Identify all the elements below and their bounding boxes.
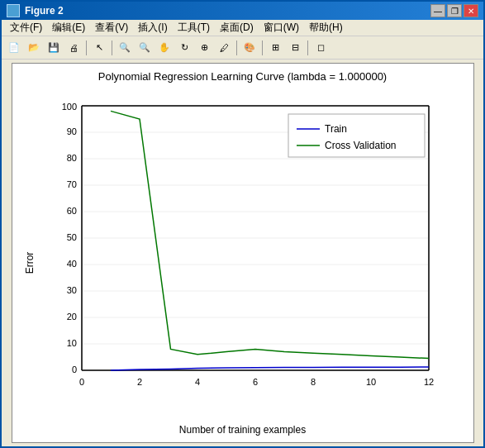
menu-help[interactable]: 帮助(H) xyxy=(304,20,348,36)
toolbar-separator-3 xyxy=(236,41,237,55)
svg-text:0: 0 xyxy=(78,377,83,387)
svg-text:50: 50 xyxy=(66,232,76,242)
colormap-tool[interactable]: 🎨 xyxy=(240,39,259,57)
svg-text:12: 12 xyxy=(423,377,433,387)
svg-text:20: 20 xyxy=(66,312,76,322)
window-icon xyxy=(7,4,20,17)
minimize-button[interactable]: — xyxy=(430,4,445,17)
toolbar-separator-1 xyxy=(86,41,87,55)
save-button[interactable]: 💾 xyxy=(45,39,63,57)
svg-text:0: 0 xyxy=(71,365,76,374)
chart-title: Polynomial Regression Learning Curve (la… xyxy=(98,70,387,83)
open-button[interactable]: 📂 xyxy=(25,39,43,57)
grid-tool[interactable]: ⊞ xyxy=(266,39,284,57)
main-window: Figure 2 — ❐ ✕ 文件(F) 编辑(E) 查看(V) 插入(I) 工… xyxy=(0,0,485,448)
svg-text:90: 90 xyxy=(66,126,76,136)
chart-svg: 0 10 20 30 40 50 60 70 80 90 100 0 2 xyxy=(40,93,445,407)
data-cursor-tool[interactable]: ⊕ xyxy=(195,39,213,57)
x-axis-label: Number of training examples xyxy=(179,424,306,436)
new-button[interactable]: 📄 xyxy=(5,39,23,57)
menu-bar: 文件(F) 编辑(E) 查看(V) 插入(I) 工具(T) 桌面(D) 窗口(W… xyxy=(2,20,483,36)
menu-tools[interactable]: 工具(T) xyxy=(173,20,215,36)
svg-text:2: 2 xyxy=(136,377,141,387)
toolbar-separator-2 xyxy=(112,41,112,55)
svg-text:8: 8 xyxy=(310,377,315,387)
layout-tool[interactable]: ⊟ xyxy=(286,39,304,57)
svg-text:30: 30 xyxy=(66,285,76,295)
title-bar: Figure 2 — ❐ ✕ xyxy=(2,2,483,20)
y-axis-label: Error xyxy=(24,251,36,274)
menu-view[interactable]: 查看(V) xyxy=(90,20,133,36)
rotate-tool[interactable]: ↻ xyxy=(175,39,193,57)
cursor-tool[interactable]: ↖ xyxy=(90,39,108,57)
svg-text:70: 70 xyxy=(66,179,76,189)
toolbar-separator-5 xyxy=(307,41,308,55)
menu-insert[interactable]: 插入(I) xyxy=(133,20,172,36)
property-tool[interactable]: ◻ xyxy=(311,39,330,57)
figure-container: Polynomial Regression Learning Curve (la… xyxy=(12,63,474,443)
menu-desktop[interactable]: 桌面(D) xyxy=(215,20,259,36)
plot-area: Polynomial Regression Learning Curve (la… xyxy=(2,60,483,446)
title-bar-left: Figure 2 xyxy=(7,4,64,17)
svg-text:80: 80 xyxy=(66,153,76,163)
brush-tool[interactable]: 🖊 xyxy=(215,39,233,57)
svg-text:Cross Validation: Cross Validation xyxy=(325,140,396,151)
window-controls: — ❐ ✕ xyxy=(430,4,478,17)
svg-text:Train: Train xyxy=(325,123,347,135)
svg-text:4: 4 xyxy=(194,377,199,387)
menu-window[interactable]: 窗口(W) xyxy=(259,20,304,36)
pan-tool[interactable]: ✋ xyxy=(155,39,174,57)
window-title: Figure 2 xyxy=(25,5,64,17)
close-button[interactable]: ✕ xyxy=(464,4,478,17)
zoom-out-tool[interactable]: 🔍 xyxy=(136,39,154,57)
svg-text:10: 10 xyxy=(365,377,375,387)
svg-text:100: 100 xyxy=(61,102,76,112)
zoom-in-tool[interactable]: 🔍 xyxy=(116,39,134,57)
svg-text:6: 6 xyxy=(252,377,257,387)
print-button[interactable]: 🖨 xyxy=(64,39,83,57)
menu-file[interactable]: 文件(F) xyxy=(5,20,47,36)
menu-edit[interactable]: 编辑(E) xyxy=(47,20,90,36)
svg-text:60: 60 xyxy=(66,206,76,216)
chart-wrapper: Error 0 10 20 xyxy=(12,83,473,442)
toolbar: 📄 📂 💾 🖨 ↖ 🔍 🔍 ✋ ↻ ⊕ 🖊 🎨 ⊞ ⊟ ◻ xyxy=(2,36,483,60)
toolbar-separator-4 xyxy=(262,41,263,55)
restore-button[interactable]: ❐ xyxy=(447,4,462,17)
svg-text:10: 10 xyxy=(66,338,76,348)
svg-text:40: 40 xyxy=(66,259,76,269)
